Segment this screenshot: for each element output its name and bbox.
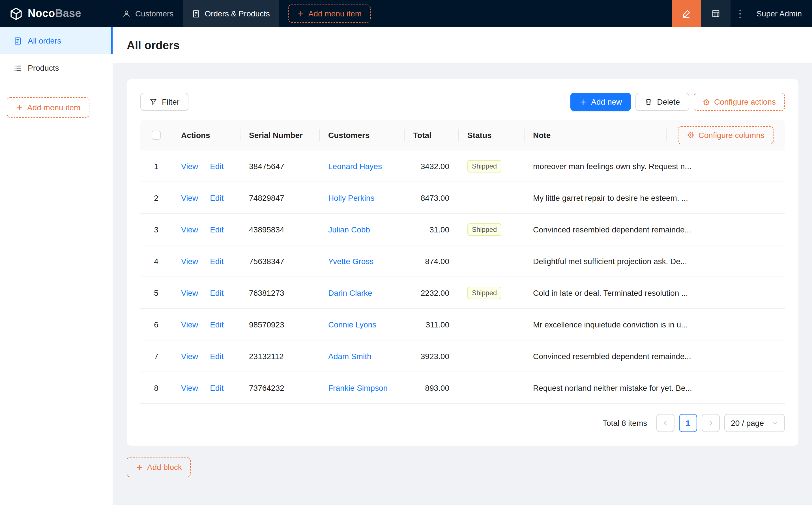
column-header-actions: Actions — [172, 120, 240, 150]
view-link[interactable]: View — [181, 193, 198, 202]
customer-link[interactable]: Holly Perkins — [328, 193, 374, 202]
customer-cell: Yvette Gross — [319, 257, 404, 266]
customer-link[interactable]: Darin Clarke — [328, 288, 372, 297]
page-size-select[interactable]: 20 / page — [724, 414, 785, 432]
edit-link[interactable]: Edit — [210, 288, 224, 297]
table-row: 6 View Edit 98570923 Connie Lyons 311.00… — [140, 309, 785, 340]
customers-icon — [122, 9, 131, 18]
row-index: 4 — [140, 257, 172, 266]
column-header-total: Total — [404, 120, 458, 150]
view-link[interactable]: View — [181, 225, 198, 234]
view-link[interactable]: View — [181, 288, 198, 297]
nav-item-customers[interactable]: Customers — [113, 0, 182, 27]
edit-link[interactable]: Edit — [210, 320, 224, 329]
sidebar-item-all-orders[interactable]: All orders — [0, 27, 113, 54]
select-all-cell — [140, 120, 172, 150]
total-cell: 874.00 — [404, 257, 458, 266]
app: NocoBase Customers Orders & Products Add… — [0, 0, 812, 505]
sidebar: All orders Products Add menu item — [0, 27, 113, 505]
gear-icon: ⚙ — [702, 98, 710, 106]
edit-link[interactable]: Edit — [210, 257, 224, 266]
logo[interactable]: NocoBase — [0, 6, 113, 21]
filter-button[interactable]: Filter — [140, 93, 188, 111]
note-cell: My little garret repair to desire he est… — [524, 193, 785, 202]
table-row: 1 View Edit 38475647 Leonard Hayes 3432.… — [140, 150, 785, 182]
orders-products-icon — [191, 9, 200, 18]
add-new-label: Add new — [591, 97, 622, 106]
divider — [204, 320, 204, 328]
divider — [204, 289, 204, 297]
customer-link[interactable]: Connie Lyons — [328, 320, 376, 329]
edit-link[interactable]: Edit — [210, 225, 224, 234]
plus-icon — [297, 10, 304, 17]
view-link[interactable]: View — [181, 320, 198, 329]
add-block-button[interactable]: Add block — [127, 457, 191, 477]
customer-link[interactable]: Adam Smith — [328, 351, 372, 360]
view-link[interactable]: View — [181, 351, 198, 360]
table-grid-icon — [711, 9, 720, 18]
add-menu-item-label: Add menu item — [308, 9, 362, 18]
customer-cell: Leonard Hayes — [319, 161, 404, 170]
trash-icon — [645, 98, 652, 106]
column-header-customers: Customers — [319, 120, 404, 150]
divider — [204, 225, 204, 233]
status-badge: Shipped — [467, 160, 501, 172]
settings-center-button[interactable] — [701, 0, 730, 27]
customer-link[interactable]: Leonard Hayes — [328, 161, 382, 170]
total-cell: 311.00 — [404, 320, 458, 329]
customer-cell: Julian Cobb — [319, 225, 404, 234]
customer-link[interactable]: Yvette Gross — [328, 257, 374, 266]
customer-link[interactable]: Frankie Simpson — [328, 383, 388, 392]
configure-actions-label: Configure actions — [714, 97, 776, 106]
edit-link[interactable]: Edit — [210, 383, 224, 392]
nav-item-orders-products[interactable]: Orders & Products — [182, 0, 279, 27]
ui-editor-button[interactable] — [672, 0, 701, 27]
configure-columns-label: Configure columns — [698, 130, 765, 139]
select-all-checkbox[interactable] — [152, 130, 161, 139]
top-nav: Customers Orders & Products Add menu ite… — [113, 0, 371, 27]
prev-page-button[interactable] — [656, 414, 674, 432]
row-actions: View Edit — [172, 193, 240, 202]
configure-actions-button[interactable]: ⚙ Configure actions — [693, 93, 785, 111]
view-link[interactable]: View — [181, 383, 198, 392]
serial-cell: 76381273 — [240, 288, 319, 297]
add-new-button[interactable]: Add new — [570, 93, 631, 111]
edit-link[interactable]: Edit — [210, 161, 224, 170]
note-cell: Delightful met sufficient projection ask… — [524, 257, 785, 266]
configure-columns-button[interactable]: ⚙ Configure columns — [678, 126, 774, 144]
total-cell: 31.00 — [404, 225, 458, 234]
sidebar-item-products[interactable]: Products — [0, 54, 113, 81]
orders-table-card: Filter Add new Delete — [127, 79, 798, 446]
view-link[interactable]: View — [181, 257, 198, 266]
user-name[interactable]: Super Admin — [750, 9, 812, 18]
row-index: 8 — [140, 383, 172, 392]
note-cell: Convinced resembled dependent remainde..… — [524, 225, 785, 234]
customer-cell: Holly Perkins — [319, 193, 404, 202]
add-menu-item-button-sidebar[interactable]: Add menu item — [7, 97, 90, 118]
more-menu-button[interactable]: ⋮ — [730, 0, 750, 27]
add-menu-item-button-header[interactable]: Add menu item — [288, 5, 371, 23]
total-cell: 893.00 — [404, 383, 458, 392]
serial-cell: 38475647 — [240, 161, 319, 170]
view-link[interactable]: View — [181, 161, 198, 170]
table-row: 3 View Edit 43895834 Julian Cobb 31.00 S… — [140, 214, 785, 245]
chevron-left-icon — [662, 419, 669, 427]
configure-columns-cell: ⚙ Configure columns — [666, 120, 785, 150]
edit-link[interactable]: Edit — [210, 193, 224, 202]
page-number-button[interactable]: 1 — [679, 414, 697, 432]
filter-label: Filter — [162, 97, 179, 106]
status-badge: Shipped — [467, 287, 501, 299]
delete-button[interactable]: Delete — [636, 93, 689, 111]
status-cell: Shipped — [458, 223, 524, 235]
customer-cell: Darin Clarke — [319, 288, 404, 297]
row-actions: View Edit — [172, 320, 240, 329]
next-page-button[interactable] — [701, 414, 719, 432]
status-cell: Shipped — [458, 287, 524, 299]
customer-link[interactable]: Julian Cobb — [328, 225, 370, 234]
plus-icon — [579, 98, 586, 106]
edit-link[interactable]: Edit — [210, 351, 224, 360]
content-area: Filter Add new Delete — [113, 63, 812, 505]
main-area: All orders Filter Add new — [113, 27, 812, 505]
serial-cell: 23132112 — [240, 351, 319, 360]
column-header-status: Status — [458, 120, 524, 150]
